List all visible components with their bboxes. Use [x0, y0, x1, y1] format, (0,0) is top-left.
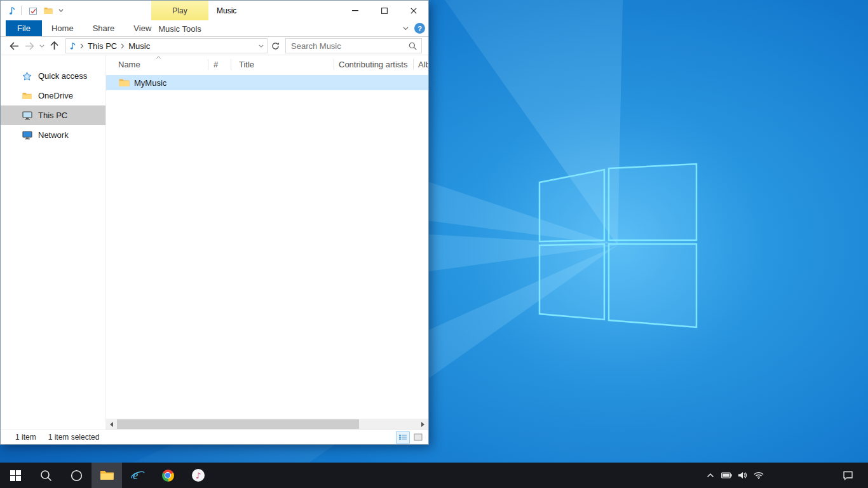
- scroll-left-button[interactable]: [106, 419, 117, 430]
- sidebar-item-label: Network: [38, 130, 69, 140]
- sidebar-item-this-pc[interactable]: This PC: [1, 105, 105, 125]
- battery-icon[interactable]: [718, 463, 735, 488]
- tab-share[interactable]: Share: [83, 20, 125, 36]
- address-music-icon: [66, 42, 79, 50]
- quick-access-star-icon: [22, 72, 32, 81]
- contextual-tab-group: Play: [151, 1, 208, 20]
- file-explorer-folder-icon: [100, 470, 114, 481]
- navigation-bar: This PC Music: [1, 37, 428, 55]
- tray-chevron-up-icon[interactable]: [703, 463, 718, 488]
- sidebar-item-quick-access[interactable]: Quick access: [1, 66, 105, 86]
- back-button[interactable]: [6, 38, 22, 53]
- recent-locations-button[interactable]: [37, 38, 46, 53]
- this-pc-monitor-icon: [22, 111, 32, 120]
- file-list-area: Name # Title Contributing artists Alb My…: [106, 55, 428, 430]
- forward-button[interactable]: [22, 38, 37, 53]
- properties-button[interactable]: [25, 3, 41, 19]
- sidebar-item-onedrive[interactable]: OneDrive: [1, 86, 105, 105]
- sidebar-item-label: OneDrive: [38, 91, 73, 100]
- sidebar-item-label: Quick access: [38, 71, 87, 81]
- scrollbar-thumb[interactable]: [117, 419, 359, 429]
- taskbar-search-button[interactable]: [31, 463, 61, 488]
- cortana-circle-icon: [71, 470, 83, 482]
- status-bar: 1 item 1 item selected: [1, 430, 428, 444]
- taskbar: e ♪: [0, 463, 868, 488]
- taskbar-file-explorer-button[interactable]: [92, 463, 122, 488]
- window-title: Music: [217, 1, 236, 20]
- itunes-music-note-icon: ♪: [192, 469, 205, 482]
- breadcrumb-chevron-icon: [79, 43, 85, 49]
- up-button[interactable]: [46, 38, 62, 53]
- tab-file[interactable]: File: [6, 20, 42, 36]
- column-headers: Name # Title Contributing artists Alb: [106, 55, 428, 73]
- chrome-icon: [162, 470, 174, 482]
- internet-explorer-icon: e: [130, 468, 145, 482]
- search-icon[interactable]: [403, 39, 421, 53]
- column-header-contributing-artists[interactable]: Contributing artists: [334, 59, 414, 70]
- svg-text:e: e: [133, 468, 138, 482]
- scroll-right-button[interactable]: [417, 419, 428, 430]
- file-explorer-window: Play Music File Home Share View Music To: [0, 0, 429, 445]
- ribbon-tab-row: File Home Share View Music Tools ?: [1, 20, 428, 37]
- start-button[interactable]: [0, 463, 31, 488]
- windows-logo-icon: [10, 470, 21, 481]
- wifi-icon[interactable]: [750, 463, 768, 488]
- qat-divider: [21, 6, 22, 15]
- music-note-app-icon: [5, 6, 19, 15]
- desktop: Play Music File Home Share View Music To: [0, 0, 868, 488]
- maximize-button[interactable]: [370, 1, 399, 20]
- onedrive-folder-icon: [22, 92, 32, 100]
- chrome-button[interactable]: [153, 463, 183, 488]
- system-tray: [703, 463, 868, 488]
- internet-explorer-button[interactable]: e: [122, 463, 153, 488]
- column-header-title[interactable]: Title: [231, 59, 334, 70]
- breadcrumb-chevron-icon: [119, 43, 126, 49]
- expand-ribbon-button[interactable]: [400, 24, 411, 34]
- search-box: [285, 38, 422, 53]
- action-center-icon[interactable]: [834, 463, 862, 488]
- large-icons-view-button[interactable]: [411, 431, 425, 444]
- contextual-group-label: Play: [172, 6, 187, 15]
- qat-dropdown-button[interactable]: [56, 3, 65, 19]
- navigation-pane: Quick access OneDrive This PC: [1, 55, 106, 430]
- refresh-button[interactable]: [268, 38, 282, 53]
- new-folder-button[interactable]: [41, 3, 56, 19]
- minimize-button[interactable]: [341, 1, 370, 20]
- address-dropdown-button[interactable]: [255, 39, 267, 53]
- sidebar-item-network[interactable]: Network: [1, 125, 105, 145]
- itunes-button[interactable]: ♪: [183, 463, 214, 488]
- close-button[interactable]: [399, 1, 428, 20]
- file-name: MyMusic: [134, 78, 166, 88]
- view-buttons: [396, 431, 425, 444]
- sidebar-item-label: This PC: [38, 111, 67, 120]
- speaker-icon[interactable]: [735, 463, 750, 488]
- horizontal-scrollbar[interactable]: [106, 419, 428, 430]
- breadcrumb-this-pc[interactable]: This PC: [85, 41, 119, 51]
- item-count: 1 item: [15, 433, 36, 442]
- folder-icon: [119, 78, 130, 87]
- file-row-mymusic[interactable]: MyMusic: [106, 75, 428, 90]
- title-bar: Play Music: [1, 1, 428, 20]
- help-glyph: ?: [417, 25, 422, 32]
- explorer-main: Quick access OneDrive This PC: [1, 55, 428, 430]
- selection-summary: 1 item selected: [48, 433, 100, 442]
- windows-logo-icon: [539, 164, 696, 327]
- breadcrumb-music[interactable]: Music: [126, 41, 153, 51]
- caption-buttons: [341, 1, 428, 20]
- address-bar[interactable]: This PC Music: [65, 38, 268, 53]
- cortana-button[interactable]: [61, 463, 92, 488]
- details-view-button[interactable]: [396, 431, 410, 444]
- network-icon: [22, 130, 32, 140]
- column-header-name[interactable]: Name: [106, 59, 208, 70]
- search-input[interactable]: [286, 41, 403, 51]
- column-header-album[interactable]: Alb: [414, 59, 428, 70]
- help-button[interactable]: ?: [414, 23, 425, 34]
- search-icon: [40, 470, 52, 482]
- tab-music-tools[interactable]: Music Tools: [151, 20, 208, 37]
- quick-access-toolbar: [1, 1, 65, 20]
- column-header-number[interactable]: #: [208, 59, 231, 70]
- sort-ascending-icon: [156, 56, 161, 59]
- tab-home[interactable]: Home: [42, 20, 83, 36]
